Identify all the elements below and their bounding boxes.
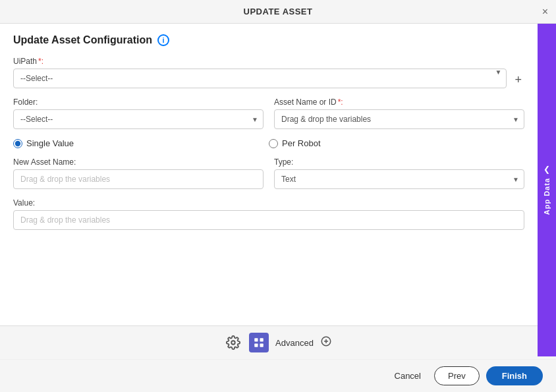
folder-select-wrapper: --Select-- ▼ (13, 109, 264, 129)
add-uipath-button[interactable]: + (512, 71, 524, 88)
single-value-radio[interactable] (13, 139, 22, 148)
uipath-select[interactable]: --Select-- (13, 69, 507, 88)
uipath-select-wrapper: --Select-- ▼ (13, 69, 507, 88)
modal-title: UPDATE ASSET (244, 7, 313, 16)
finish-button[interactable]: Finish (486, 366, 543, 385)
folder-label: Folder: (13, 98, 264, 107)
blocks-icon[interactable] (249, 333, 269, 352)
info-icon[interactable]: i (157, 34, 169, 46)
advanced-row: Advanced (0, 326, 556, 360)
radio-row: Single Value Per Robot (13, 138, 524, 148)
cancel-button[interactable]: Cancel (388, 367, 428, 385)
asset-group: Asset Name or ID*: Drag & drop the varia… (274, 98, 524, 129)
action-row: Cancel Prev Finish (0, 360, 556, 392)
name-type-row: New Asset Name: Type: Text Integer Boole… (13, 157, 524, 189)
close-button[interactable]: × (542, 7, 548, 17)
type-select-wrapper: Text Integer Boolean Credential ▼ (274, 169, 524, 189)
asset-select[interactable]: Drag & drop the variables (274, 109, 524, 129)
modal-header: UPDATE ASSET × (0, 0, 556, 24)
type-group: Type: Text Integer Boolean Credential ▼ (274, 157, 524, 189)
advanced-label: Advanced (275, 338, 314, 348)
prev-button[interactable]: Prev (434, 366, 480, 385)
svg-point-0 (231, 341, 235, 345)
new-asset-group: New Asset Name: (13, 157, 264, 189)
gear-icon[interactable] (224, 333, 242, 352)
asset-label: Asset Name or ID*: (274, 98, 524, 107)
new-asset-label: New Asset Name: (13, 157, 264, 167)
section-title: Update Asset Configuration i (13, 34, 524, 46)
per-robot-group: Per Robot (269, 138, 524, 148)
svg-rect-2 (260, 338, 264, 341)
value-input[interactable] (13, 210, 524, 230)
value-label: Value: (13, 198, 524, 208)
per-robot-label[interactable]: Per Robot (282, 138, 321, 148)
per-robot-radio[interactable] (269, 139, 278, 148)
type-select[interactable]: Text Integer Boolean Credential (274, 169, 524, 189)
folder-asset-row: Folder: --Select-- ▼ Asset Name or ID*: … (13, 98, 524, 129)
folder-group: Folder: --Select-- ▼ (13, 98, 264, 129)
app-data-label: App Data (543, 178, 551, 215)
folder-select[interactable]: --Select-- (13, 109, 264, 129)
modal: UPDATE ASSET × Update Asset Configuratio… (0, 0, 556, 392)
asset-select-wrapper: Drag & drop the variables ▼ (274, 109, 524, 129)
type-label: Type: (274, 157, 524, 167)
modal-body: Update Asset Configuration i UiPath*: --… (0, 24, 538, 325)
single-value-group: Single Value (13, 138, 269, 148)
single-value-label[interactable]: Single Value (26, 138, 74, 148)
bottom-section: Advanced Cancel Prev Finish (0, 325, 556, 392)
svg-rect-3 (254, 344, 258, 347)
uipath-label: UiPath*: (13, 57, 524, 66)
svg-rect-1 (254, 338, 258, 341)
chevron-left-icon: ❮ (543, 165, 550, 174)
advanced-add-button[interactable] (320, 335, 332, 350)
value-group: Value: (13, 198, 524, 230)
app-data-sidebar[interactable]: ❮ App Data (538, 24, 556, 356)
new-asset-input[interactable] (13, 169, 264, 189)
svg-rect-4 (260, 344, 264, 347)
